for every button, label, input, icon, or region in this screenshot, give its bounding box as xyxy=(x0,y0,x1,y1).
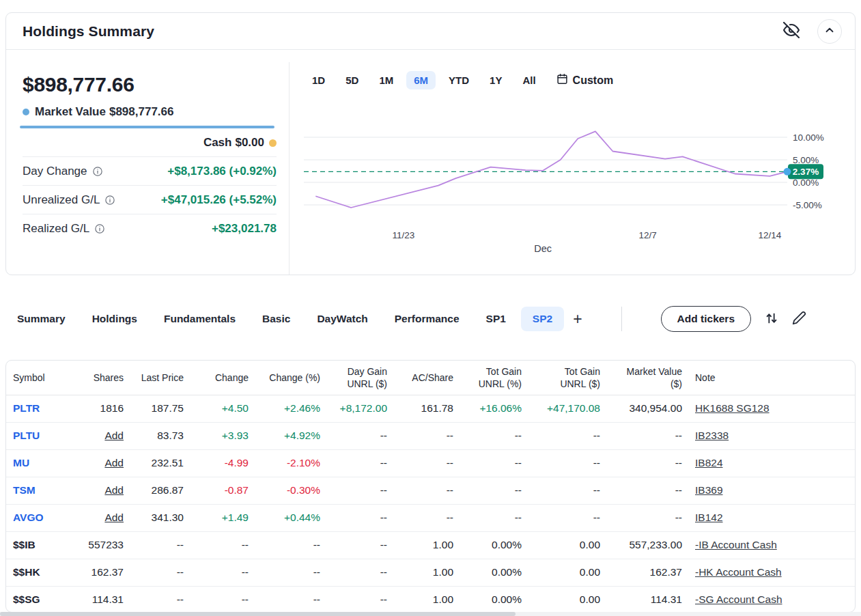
info-icon[interactable] xyxy=(92,166,103,177)
column-header-change-[interactable]: Change (%) xyxy=(251,361,322,395)
realized-gl-row: Realized G/L +$23,021.78 xyxy=(23,214,277,242)
column-header-tot-gain[interactable]: Tot GainUNRL (%) xyxy=(455,361,524,395)
unrealized-gl-label: Unrealized G/L xyxy=(23,193,100,207)
scrollbar-thumb[interactable] xyxy=(0,612,516,616)
column-header-tot-gain[interactable]: Tot GainUNRL ($) xyxy=(524,361,602,395)
cell: -- xyxy=(126,586,186,613)
sort-button[interactable] xyxy=(764,311,779,328)
cell: 114.31 xyxy=(602,586,684,613)
allocation-bar xyxy=(20,126,274,128)
edit-button[interactable] xyxy=(792,311,806,327)
note-link[interactable]: IB824 xyxy=(695,457,723,468)
cell: $$SG xyxy=(6,586,74,613)
tab-performance[interactable]: Performance xyxy=(383,307,471,331)
note-link[interactable]: -HK Account Cash xyxy=(695,566,782,578)
svg-text:12/14: 12/14 xyxy=(759,230,782,240)
tab-holdings[interactable]: Holdings xyxy=(81,307,149,331)
cash-label: Cash xyxy=(203,136,232,150)
eye-off-icon xyxy=(783,22,800,40)
cell: 114.31 xyxy=(74,586,126,613)
cell: PLTU xyxy=(6,422,74,449)
cell: -- xyxy=(389,422,455,449)
note-link[interactable]: -SG Account Cash xyxy=(695,593,782,605)
cell: 187.75 xyxy=(126,395,186,422)
add-shares-link[interactable]: Add xyxy=(104,512,124,523)
table-body: PLTR1816187.75+4.50+2.46%+8,172.00161.78… xyxy=(6,395,855,613)
symbol-link[interactable]: TSM xyxy=(13,484,36,496)
day-change-label: Day Change xyxy=(23,165,87,178)
cell: Add xyxy=(74,504,126,531)
note-link[interactable]: HK1688 SG128 xyxy=(695,402,770,414)
table-row: TSMAdd286.87-0.87-0.30%----------IB369 xyxy=(6,477,855,504)
cell: +47,170.08 xyxy=(524,395,602,422)
column-header-note[interactable]: Note xyxy=(684,361,855,395)
add-shares-link[interactable]: Add xyxy=(104,484,124,496)
symbol-link[interactable]: PLTU xyxy=(13,430,40,441)
cell: -4.99 xyxy=(186,449,251,477)
symbol-link[interactable]: MU xyxy=(13,457,29,468)
tab-fundamentals[interactable]: Fundamentals xyxy=(152,307,247,331)
column-header-change[interactable]: Change xyxy=(186,361,251,395)
cell: 162.37 xyxy=(602,559,684,586)
info-icon[interactable] xyxy=(94,223,105,234)
cell: 0.00 xyxy=(524,559,602,586)
collapse-button[interactable] xyxy=(817,19,842,44)
note-link[interactable]: IB2338 xyxy=(695,430,729,441)
account-summary-panel: $898,777.66 Market Value $898,777.66 Cas… xyxy=(23,62,277,242)
card-header: Holdings Summary xyxy=(6,13,855,50)
tab-basic[interactable]: Basic xyxy=(251,307,302,331)
tab-summary[interactable]: Summary xyxy=(5,307,77,331)
cell: 0.00% xyxy=(455,559,524,586)
column-header-symbol[interactable]: Symbol xyxy=(6,361,74,395)
cell: -- xyxy=(602,422,684,449)
horizontal-scrollbar[interactable] xyxy=(0,612,861,616)
cell: -- xyxy=(524,477,602,504)
tab-daywatch[interactable]: DayWatch xyxy=(305,307,379,331)
cell: IB824 xyxy=(684,449,855,477)
column-header-last-price[interactable]: Last Price xyxy=(126,361,186,395)
hide-values-button[interactable] xyxy=(783,22,800,40)
note-link[interactable]: -IB Account Cash xyxy=(695,539,777,550)
add-tab-button[interactable]: + xyxy=(567,311,587,327)
performance-chart[interactable]: 1D 5D 1M 6M YTD 1Y All Custom 10.00%5.00… xyxy=(289,62,855,275)
holdings-table: SymbolSharesLast PriceChangeChange (%)Da… xyxy=(6,361,855,613)
column-header-shares[interactable]: Shares xyxy=(74,361,126,395)
cell: -- xyxy=(251,586,322,613)
tab-sp1[interactable]: SP1 xyxy=(475,307,518,331)
cell: -0.30% xyxy=(251,477,322,504)
cash-amount: $0.00 xyxy=(235,136,264,150)
cell: -- xyxy=(251,531,322,559)
cell: 1816 xyxy=(74,395,126,422)
cell: +0.44% xyxy=(251,504,322,531)
cell: +1.49 xyxy=(186,504,251,531)
unrealized-gl-row: Unrealized G/L +$47,015.26 (+5.52%) xyxy=(23,185,277,214)
column-header-ac-share[interactable]: AC/Share xyxy=(389,361,455,395)
info-icon[interactable] xyxy=(104,195,115,206)
cell: -HK Account Cash xyxy=(684,559,855,586)
add-shares-link[interactable]: Add xyxy=(104,430,124,441)
table-row: $$IB557233--------1.000.00%0.00557,233.0… xyxy=(6,531,855,559)
symbol-link[interactable]: AVGO xyxy=(13,512,44,523)
symbol-link[interactable]: PLTR xyxy=(13,402,40,414)
cell: +8,172.00 xyxy=(322,395,389,422)
cell: -- xyxy=(602,504,684,531)
add-shares-link[interactable]: Add xyxy=(104,457,124,468)
tab-sp2[interactable]: SP2 xyxy=(521,307,564,331)
svg-text:-5.00%: -5.00% xyxy=(793,200,822,210)
cell-value: +16.06% xyxy=(479,402,522,414)
cell-value: -0.30% xyxy=(287,484,320,496)
cell: -2.10% xyxy=(251,449,322,477)
svg-text:Dec: Dec xyxy=(534,243,552,254)
holdings-summary-card: Holdings Summary xyxy=(5,12,856,275)
cell: 0.00% xyxy=(455,531,524,559)
cash-dot-icon xyxy=(269,139,277,147)
table-header-row: SymbolSharesLast PriceChangeChange (%)Da… xyxy=(6,361,855,395)
column-header-market-value[interactable]: Market Value($) xyxy=(602,361,684,395)
add-tickers-button[interactable]: Add tickers xyxy=(661,306,751,332)
column-header-day-gain[interactable]: Day GainUNRL ($) xyxy=(322,361,389,395)
note-link[interactable]: IB142 xyxy=(695,512,723,523)
cell: -- xyxy=(186,559,251,586)
svg-text:5.00%: 5.00% xyxy=(793,155,819,165)
chart-canvas[interactable]: 10.00%5.00%0.00%-5.00%2.37%11/23Dec12/71… xyxy=(290,62,856,267)
note-link[interactable]: IB369 xyxy=(695,484,723,496)
